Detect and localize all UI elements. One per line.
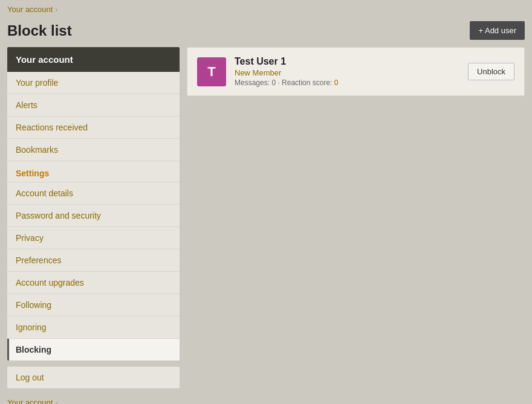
add-user-button[interactable]: + Add user: [470, 21, 525, 40]
sidebar-account-nav: Your profile Alerts Reactions received B…: [7, 72, 180, 361]
block-list-item: T Test User 1 New Member Messages: 0 · R…: [187, 47, 525, 96]
unblock-button[interactable]: Unblock: [468, 63, 514, 80]
sidebar-logout: Log out: [7, 367, 180, 388]
bottom-breadcrumb-link[interactable]: Your account: [7, 398, 53, 404]
main-layout: Your account Your profile Alerts Reactio…: [0, 47, 532, 388]
page-title: Block list: [7, 22, 72, 39]
sidebar-item-ignoring[interactable]: Ignoring: [7, 316, 180, 339]
reaction-label: Reaction score:: [282, 79, 332, 87]
bottom-breadcrumb: Your account ›: [0, 388, 532, 404]
sidebar-item-privacy[interactable]: Privacy: [7, 227, 180, 249]
sidebar-item-following[interactable]: Following: [7, 294, 180, 316]
sidebar-item-account-upgrades[interactable]: Account upgrades: [7, 272, 180, 294]
sidebar-item-account-details[interactable]: Account details: [7, 182, 180, 205]
sidebar-item-preferences[interactable]: Preferences: [7, 249, 180, 272]
sidebar-item-password-security[interactable]: Password and security: [7, 205, 180, 227]
bottom-chevron-icon: ›: [55, 399, 57, 405]
user-name: Test User 1: [235, 56, 459, 67]
sidebar-item-blocking[interactable]: Blocking: [7, 339, 180, 361]
user-stats: Messages: 0 · Reaction score: 0: [235, 79, 459, 87]
sidebar-item-bookmarks[interactable]: Bookmarks: [7, 139, 180, 161]
page-header: Block list + Add user: [0, 19, 532, 47]
user-info: Test User 1 New Member Messages: 0 · Rea…: [235, 56, 459, 87]
user-role: New Member: [235, 68, 459, 77]
sidebar-item-alerts[interactable]: Alerts: [7, 94, 180, 117]
sidebar-section-header: Your account: [7, 47, 180, 72]
logout-link[interactable]: Log out: [7, 367, 180, 388]
reaction-count: 0: [334, 79, 339, 87]
sidebar-settings-header: Settings: [7, 161, 180, 182]
sidebar-item-your-profile[interactable]: Your profile: [7, 72, 180, 94]
avatar: T: [197, 57, 226, 86]
top-breadcrumb: Your account ›: [0, 0, 532, 19]
chevron-icon: ›: [55, 6, 57, 13]
sidebar: Your account Your profile Alerts Reactio…: [7, 47, 180, 388]
breadcrumb-link[interactable]: Your account: [7, 5, 53, 14]
messages-label: Messages:: [235, 79, 270, 87]
content-area: T Test User 1 New Member Messages: 0 · R…: [187, 47, 525, 388]
messages-count: 0: [271, 79, 276, 87]
sidebar-item-reactions-received[interactable]: Reactions received: [7, 117, 180, 139]
